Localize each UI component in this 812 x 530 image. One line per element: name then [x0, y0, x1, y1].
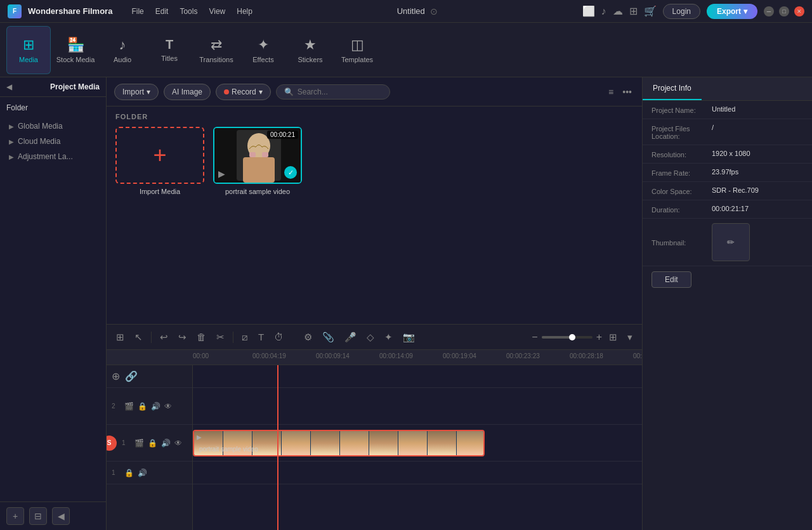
icon-note: ♪	[601, 6, 606, 17]
link-tracks-button[interactable]: 🔗	[125, 370, 138, 382]
timeline-undo-button[interactable]: ↩	[157, 330, 171, 345]
titlebar-menu: File Edit Tools View Help	[131, 7, 252, 16]
menu-help[interactable]: Help	[237, 7, 252, 16]
add-to-timeline-button[interactable]: ⊕	[112, 370, 120, 382]
menu-tools[interactable]: Tools	[180, 7, 197, 16]
content-toolbar: Import ▾ AI Image Record ▾ 🔍 ≡ •••	[107, 77, 642, 107]
track-video-icon-2: 🎬	[124, 402, 134, 411]
ruler-mark-2: 00:00:09:14	[316, 352, 350, 359]
ruler-mark-0: 00:00	[193, 352, 209, 359]
track-eye-icon-1: 👁	[174, 439, 182, 448]
timeline-mic-button[interactable]: 🎤	[341, 330, 360, 345]
project-files-row: Project Files Location: /	[643, 119, 812, 145]
playhead-line	[277, 365, 278, 530]
chevron-right-icon: ▶	[9, 123, 14, 130]
media-label: Media	[19, 56, 38, 63]
menu-file[interactable]: File	[131, 7, 143, 16]
timeline-ai-button[interactable]: ✦	[381, 330, 396, 345]
toolbar-titles[interactable]: T Titles	[147, 26, 192, 74]
timeline-settings-button[interactable]: ⚙	[301, 330, 315, 345]
track-labels: ⊕ 🔗 2 🎬 🔒 🔊 👁 S 1 🎬	[107, 365, 193, 530]
toolbar-media[interactable]: ⊞ Media	[6, 26, 51, 74]
remove-folder-button[interactable]: ⊟	[29, 507, 47, 525]
thumbnail-box[interactable]: ✏	[712, 223, 750, 261]
edit-project-button[interactable]: Edit	[652, 271, 691, 288]
record-dropdown-icon: ▾	[259, 87, 263, 96]
maximize-button[interactable]: □	[779, 6, 789, 16]
resolution-row: Resolution: 1920 x 1080	[643, 145, 812, 164]
toolbar-transitions[interactable]: ⇄ Transitions	[194, 26, 239, 74]
frame-rate-label: Frame Rate:	[652, 168, 712, 177]
minimize-button[interactable]: ─	[764, 6, 774, 16]
zoom-slider[interactable]	[542, 336, 593, 339]
resolution-label: Resolution:	[652, 150, 712, 158]
zoom-out-button[interactable]: −	[532, 332, 537, 343]
clip-frame-8	[398, 431, 428, 455]
more-options-icon[interactable]: •••	[620, 84, 634, 100]
sidebar-item-global-media[interactable]: ▶ Global Media	[0, 119, 106, 134]
ai-image-button[interactable]: AI Image	[164, 84, 211, 100]
window-controls: ─ □ ✕	[764, 6, 804, 16]
timeline-redo-button[interactable]: ↪	[175, 330, 190, 345]
ruler-mark-7: 00:00:33:13	[633, 352, 642, 359]
timeline-camera-button[interactable]: 📷	[400, 330, 418, 345]
timeline-delete-button[interactable]: 🗑	[193, 330, 209, 344]
toolbar-stickers[interactable]: ★ Stickers	[288, 26, 332, 74]
toolbar-effects[interactable]: ✦ Effects	[241, 26, 285, 74]
sidebar-item-adjustment[interactable]: ▶ Adjustment La...	[0, 149, 106, 164]
timeline-add-track-button[interactable]: ⊞	[113, 330, 128, 345]
add-folder-button[interactable]: +	[6, 507, 24, 525]
clip-label: portrait sample video	[199, 446, 258, 453]
timeline-add-row: ⊕ 🔗	[107, 365, 192, 388]
menu-edit[interactable]: Edit	[155, 7, 169, 16]
timeline-clip-button[interactable]: 📎	[319, 330, 337, 345]
import-media-item[interactable]: + Import Media	[115, 127, 204, 195]
timeline-cut-button[interactable]: ✂	[213, 330, 228, 345]
zoom-in-button[interactable]: +	[596, 332, 602, 343]
search-box[interactable]: 🔍	[276, 84, 390, 100]
track-row-1[interactable]: ▶ portrait sample video	[193, 425, 642, 462]
toolbar-stock-media[interactable]: 🏪 Stock Media	[53, 26, 98, 74]
timeline-split-button[interactable]: ⧄	[239, 330, 251, 345]
clip-frame-4	[282, 431, 311, 455]
timeline-timer-button[interactable]: ⏱	[271, 330, 287, 344]
toolbar-templates[interactable]: ◫ Templates	[335, 26, 379, 74]
import-button[interactable]: Import ▾	[114, 84, 159, 100]
record-button[interactable]: Record ▾	[216, 84, 271, 100]
close-button[interactable]: ✕	[794, 6, 804, 16]
timeline-select-tool[interactable]: ↖	[131, 330, 146, 345]
filter-icon[interactable]: ≡	[606, 84, 616, 100]
stickers-label: Stickers	[298, 56, 322, 63]
icon-cart: 🛒	[644, 5, 657, 17]
toolbar: ⊞ Media 🏪 Stock Media ♪ Audio T Titles ⇄…	[0, 23, 812, 77]
duration-row: Duration: 00:00:21:17	[643, 200, 812, 219]
portrait-video-item[interactable]: 00:00:21 ▶ ✓ portrait sample video	[213, 127, 302, 195]
video-clip[interactable]: ▶ portrait sample video	[193, 430, 485, 456]
track-lock-icon-1: 🔒	[148, 439, 157, 448]
timeline-text-button[interactable]: T	[255, 330, 267, 344]
icon-cloud: ☁	[613, 5, 623, 17]
project-info-tab-item[interactable]: Project Info	[643, 77, 702, 100]
login-button[interactable]: Login	[663, 4, 700, 19]
toolbar-audio[interactable]: ♪ Audio	[100, 26, 145, 74]
zoom-dot	[569, 334, 575, 340]
timeline-ruler: 00:00 00:00:04:19 00:00:09:14 00:00:14:0…	[107, 350, 642, 365]
sidebar-item-cloud-media[interactable]: ▶ Cloud Media	[0, 134, 106, 149]
resolution-value: 1920 x 1080	[712, 150, 803, 157]
track-video-icon-1: 🎬	[134, 439, 144, 448]
audio-track-label-1: 1 🔒 🔊	[107, 462, 192, 484]
export-button[interactable]: Export ▾	[707, 4, 757, 19]
layout-button[interactable]: ⊞	[606, 330, 620, 345]
timeline-keyframe-button[interactable]: ◇	[363, 330, 377, 345]
timeline-more-button[interactable]	[291, 335, 297, 339]
project-name-row: Project Name: Untitled	[643, 101, 812, 119]
more-timeline-button[interactable]: ▾	[624, 330, 636, 345]
collapse-sidebar-button[interactable]: ◀	[52, 507, 70, 525]
chevron-right-icon-2: ▶	[9, 138, 14, 145]
media-icon: ⊞	[23, 37, 34, 53]
menu-view[interactable]: View	[209, 7, 225, 16]
search-input[interactable]	[298, 87, 382, 96]
timeline-divider-2	[233, 332, 233, 343]
chevron-right-icon-3: ▶	[9, 153, 14, 160]
sync-icon: ⊙	[430, 6, 438, 16]
